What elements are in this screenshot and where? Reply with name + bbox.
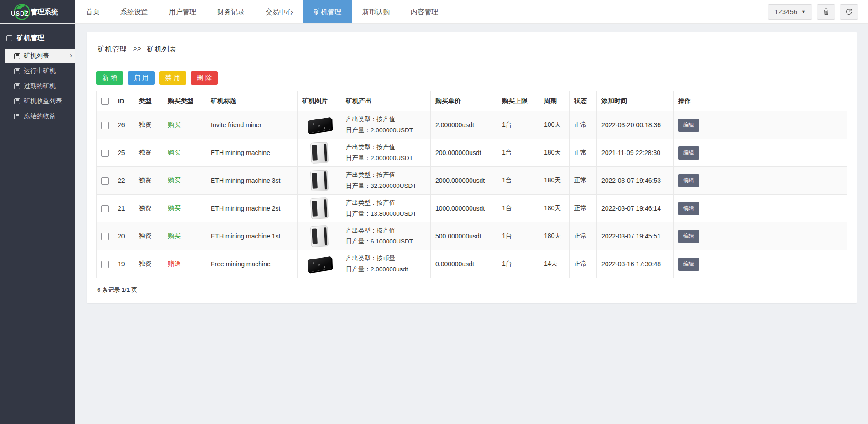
sidebar-item-label: 运行中矿机 — [24, 67, 56, 75]
row-checkbox[interactable] — [101, 177, 109, 185]
chevron-right-icon: › — [70, 51, 72, 59]
cell-title: ETH mining machine 3st — [206, 167, 298, 195]
cell-type: 独资 — [134, 167, 163, 195]
edit-button[interactable]: 编辑 — [678, 258, 699, 271]
cell-limit: 1台 — [497, 167, 539, 195]
cell-status: 正常 — [570, 167, 597, 195]
output-type: 产出类型：按币量 — [346, 253, 426, 264]
header-actions: 操作 — [674, 91, 847, 111]
sidebar-item-miner-income-list[interactable]: 矿机收益列表 › — [0, 94, 75, 108]
cell-period: 180天 — [539, 167, 570, 195]
cell-price: 500.000000usdt — [431, 222, 497, 250]
sidebar-section-label: 矿机管理 — [17, 34, 44, 42]
table-row: 26 独资 购买 Invite friend miner 产出类型：按产值 日产… — [97, 111, 847, 139]
row-checkbox[interactable] — [101, 150, 109, 157]
miner-image — [302, 224, 336, 248]
cell-status: 正常 — [570, 139, 597, 167]
sidebar-item-running-miners[interactable]: 运行中矿机 › — [0, 64, 75, 78]
cell-limit: 1台 — [497, 222, 539, 250]
table-header-row: ID 类型 购买类型 矿机标题 矿机图片 矿机产出 购买单价 购买上限 周期 状… — [97, 91, 847, 111]
cell-type: 独资 — [134, 195, 163, 222]
cell-type: 独资 — [134, 111, 163, 139]
edit-button[interactable]: 编辑 — [678, 174, 699, 187]
cell-status: 正常 — [570, 250, 597, 278]
header-id: ID — [113, 91, 134, 111]
nav-item-new-coin[interactable]: 新币认购 — [352, 0, 400, 23]
cell-output: 产出类型：按产值 日产量：13.800000USDT — [341, 195, 431, 222]
edit-button[interactable]: 编辑 — [678, 119, 699, 132]
cell-added: 2022-03-20 00:18:36 — [597, 111, 674, 139]
disable-button[interactable]: 禁用 — [159, 71, 186, 85]
top-nav: 首页 系统设置 用户管理 财务记录 交易中心 矿机管理 新币认购 内容管理 — [75, 0, 768, 23]
header-period: 周期 — [539, 91, 570, 111]
nav-item-finance-records[interactable]: 财务记录 — [207, 0, 255, 23]
cell-id: 25 — [113, 139, 134, 167]
nav-item-miner-management[interactable]: 矿机管理 — [303, 0, 352, 23]
cell-price: 200.000000usdt — [431, 139, 497, 167]
top-bar: USDZ 管理系统 首页 系统设置 用户管理 财务记录 交易中心 矿机管理 新币… — [0, 0, 868, 24]
table-row: 22 独资 购买 ETH mining machine 3st 产出类型：按产值… — [97, 167, 847, 195]
logout-button[interactable] — [840, 4, 858, 20]
output-daily: 日产量：32.200000USDT — [346, 181, 426, 191]
select-all-cell — [97, 91, 113, 111]
cell-limit: 1台 — [497, 195, 539, 222]
list-icon — [14, 114, 20, 119]
sidebar-item-frozen-income[interactable]: 冻结的收益 › — [0, 109, 75, 123]
cell-output: 产出类型：按币量 日产量：2.000000usdt — [341, 250, 431, 278]
enable-button[interactable]: 启用 — [128, 71, 155, 85]
cell-id: 26 — [113, 111, 134, 139]
nav-item-user-management[interactable]: 用户管理 — [158, 0, 207, 23]
cell-period: 180天 — [539, 139, 570, 167]
cell-period: 14天 — [539, 250, 570, 278]
sidebar-item-expired-miners[interactable]: 过期的矿机 › — [0, 79, 75, 93]
row-checkbox[interactable] — [101, 233, 109, 240]
sidebar-section-miner-management[interactable]: 矿机管理 — [0, 34, 75, 42]
output-daily: 日产量：6.100000USDT — [346, 236, 426, 247]
sidebar-item-miner-list[interactable]: 矿机列表 › — [5, 49, 75, 63]
cell-limit: 1台 — [497, 250, 539, 278]
cell-output: 产出类型：按产值 日产量：32.200000USDT — [341, 167, 431, 195]
cell-status: 正常 — [570, 195, 597, 222]
cell-period: 100天 — [539, 111, 570, 139]
table-row: 25 独资 购买 ETH mining machine 产出类型：按产值 日产量… — [97, 139, 847, 167]
cell-title: Free mining machine — [206, 250, 298, 278]
delete-button[interactable]: 删除 — [191, 71, 218, 85]
logo-text: USDZ — [11, 10, 29, 17]
nav-item-home[interactable]: 首页 — [75, 0, 110, 23]
cell-limit: 1台 — [497, 111, 539, 139]
list-icon — [14, 98, 20, 104]
user-menu-button[interactable]: 123456 ▼ — [768, 4, 812, 20]
edit-button[interactable]: 编辑 — [678, 146, 699, 160]
user-menu-label: 123456 — [774, 8, 797, 16]
caret-down-icon: ▼ — [801, 10, 805, 14]
collapse-minus-icon — [6, 35, 12, 41]
select-all-checkbox[interactable] — [101, 98, 109, 105]
cell-actions: 编辑 — [674, 111, 847, 139]
cell-price: 2.000000usdt — [431, 111, 497, 139]
nav-item-system-settings[interactable]: 系统设置 — [110, 0, 158, 23]
edit-button[interactable]: 编辑 — [678, 202, 699, 215]
list-icon — [14, 53, 20, 59]
cell-period: 180天 — [539, 195, 570, 222]
edit-button[interactable]: 编辑 — [678, 230, 699, 243]
output-type: 产出类型：按产值 — [346, 225, 426, 236]
cell-output: 产出类型：按产值 日产量：6.100000USDT — [341, 222, 431, 250]
table-row: 20 独资 购买 ETH mining machine 1st 产出类型：按产值… — [97, 222, 847, 250]
sidebar: 矿机管理 矿机列表 › 运行中矿机 › 过期的矿机 › 矿机收益列表 › — [0, 24, 75, 424]
nav-item-trade-center[interactable]: 交易中心 — [255, 0, 303, 23]
miner-image — [302, 252, 336, 276]
output-type: 产出类型：按产值 — [346, 197, 426, 208]
miner-table: ID 类型 购买类型 矿机标题 矿机图片 矿机产出 购买单价 购买上限 周期 状… — [96, 91, 847, 278]
output-type: 产出类型：按产值 — [346, 142, 426, 153]
miner-image — [302, 196, 336, 220]
row-checkbox[interactable] — [101, 205, 109, 212]
row-checkbox[interactable] — [101, 261, 109, 268]
clear-trash-button[interactable] — [817, 4, 835, 20]
cell-status: 正常 — [570, 111, 597, 139]
add-button[interactable]: 新增 — [96, 71, 123, 85]
output-type: 产出类型：按产值 — [346, 114, 426, 125]
cell-added: 2022-03-16 17:30:48 — [597, 250, 674, 278]
row-checkbox[interactable] — [101, 122, 109, 129]
nav-item-content-management[interactable]: 内容管理 — [400, 0, 449, 23]
list-icon — [14, 68, 20, 74]
